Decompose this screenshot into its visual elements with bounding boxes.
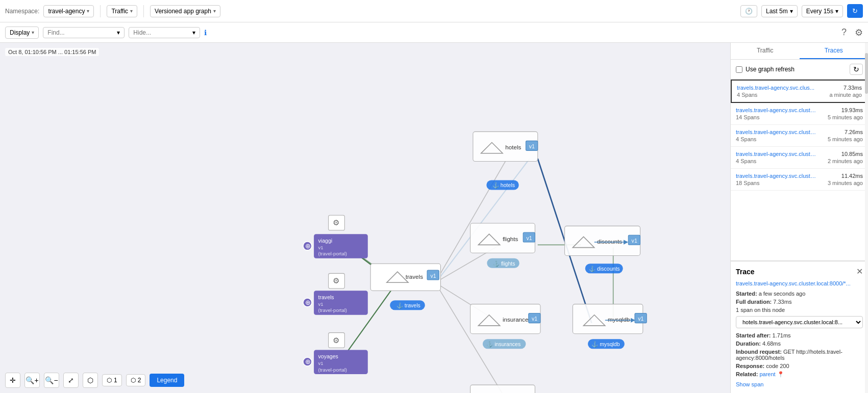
tab-traffic[interactable]: Traffic <box>731 43 800 59</box>
traffic-selector[interactable]: Traffic ▾ <box>107 5 137 17</box>
trace-detail-link[interactable]: travels.travel-agency.svc.cluster.local:… <box>736 280 863 286</box>
svg-text:travels: travels <box>318 294 334 300</box>
trace-duration-2: 7.26ms <box>845 129 863 135</box>
svg-line-4 <box>435 282 505 393</box>
trace-time-2: 5 minutes ago <box>828 136 863 142</box>
voyages-portal-node[interactable]: ⊕ voyages v1 (travel-portal) <box>303 350 368 374</box>
right-panel: Hide › Traffic Traces Use graph refresh … <box>730 43 868 393</box>
graph-area[interactable]: Oct 8, 01:10:56 PM ... 01:15:56 PM <box>0 43 730 393</box>
span-count: 1 span on this node <box>736 307 863 313</box>
trace-detail-close-button[interactable]: ✕ <box>856 267 863 276</box>
scrollbar-track <box>865 43 868 393</box>
travels-node[interactable]: travels v1 <box>370 264 440 291</box>
question-icon[interactable]: ? <box>841 27 847 38</box>
find-input-container[interactable]: ▾ <box>43 27 125 38</box>
trace-item-0[interactable]: travels.travel-agency.svc.clus... 7.33ms… <box>731 80 868 103</box>
chevron-down-icon: ▾ <box>130 8 133 14</box>
count2-icon: ⬡ <box>131 377 136 384</box>
chevron-down-icon: ▾ <box>117 29 120 36</box>
response-value: code 200 <box>766 363 789 369</box>
second-toolbar: Display ▾ ▾ ▾ ℹ ? ⚙ <box>0 22 868 43</box>
chevron-down-icon: ▾ <box>32 30 34 35</box>
related-label: Related: <box>736 371 758 377</box>
chevron-down-icon: ▾ <box>835 8 838 15</box>
layout-button[interactable]: ⬡ <box>83 373 98 388</box>
show-span-link[interactable]: Show span <box>736 381 763 387</box>
graph-type-selector[interactable]: Versioned app graph ▾ <box>150 5 220 17</box>
interval-selector[interactable]: Every 15s ▾ <box>802 5 843 17</box>
trace-item-2[interactable]: travels.travel-agency.svc.cluste... 7.26… <box>731 125 868 147</box>
trace-duration-3: 10.85ms <box>841 151 863 157</box>
trace-spans-2: 4 Spans <box>736 136 756 142</box>
trace-detail: Trace ✕ travels.travel-agency.svc.cluste… <box>731 260 868 393</box>
viaggi-portal-node[interactable]: ⊕ viaggi v1 (travel-portal) <box>303 234 368 258</box>
travels-portal-node[interactable]: ⊕ travels v1 (travel-portal) <box>303 291 368 315</box>
trace-name-2: travels.travel-agency.svc.cluste... <box>736 129 817 135</box>
zoom-out-icon: 🔍− <box>45 376 58 384</box>
hide-selector[interactable]: ▾ <box>129 27 200 38</box>
chevron-down-icon: ▾ <box>790 8 793 15</box>
node-selector[interactable]: hotels.travel-agency.svc.cluster.local:8… <box>736 316 863 328</box>
related-value[interactable]: parent <box>759 371 775 377</box>
move-icon: ✛ <box>10 376 16 384</box>
svg-text:⚓ hotels: ⚓ hotels <box>492 182 515 189</box>
legend-button[interactable]: Legend <box>150 374 184 387</box>
zoom-in-button[interactable]: 🔍+ <box>24 373 40 388</box>
settings-icon[interactable]: ⚙ <box>855 27 863 38</box>
svg-text:(travel-portal): (travel-portal) <box>318 367 348 373</box>
trace-name-3: travels.travel-agency.svc.cluste... <box>736 151 817 157</box>
svg-text:⊕: ⊕ <box>305 243 311 250</box>
chevron-down-icon: ▾ <box>87 8 89 14</box>
refresh-traces-button[interactable]: ↻ <box>850 64 863 75</box>
svg-text:voyages: voyages <box>318 353 338 359</box>
trace-spans-0: 4 Spans <box>737 92 757 98</box>
find-input[interactable] <box>47 29 115 36</box>
svg-text:⚓ travels: ⚓ travels <box>396 302 420 309</box>
mysqldb-node[interactable]: mysqldb v1 <box>573 304 647 334</box>
svg-text:v1: v1 <box>318 360 324 366</box>
fit-screen-button[interactable]: ⤢ <box>63 373 79 388</box>
time-range-icon[interactable]: 🕐 <box>740 5 757 17</box>
cars-node[interactable]: cars v1 <box>470 385 535 393</box>
namespace-selector[interactable]: travel-agency ▾ <box>43 5 94 17</box>
trace-name-4: travels.travel-agency.svc.cluste... <box>736 173 817 179</box>
trace-item-1[interactable]: travels.travel-agency.svc.cluste... 19.9… <box>731 103 868 125</box>
flights-node[interactable]: flights v1 <box>470 223 535 253</box>
layout-icon: ⬡ <box>87 376 93 384</box>
refresh-button[interactable]: ↻ <box>847 4 863 18</box>
count2-button[interactable]: ⬡ 2 <box>126 374 146 386</box>
chevron-down-icon: ▾ <box>213 8 216 14</box>
zoom-in-icon: 🔍+ <box>26 376 38 384</box>
hide-input[interactable] <box>133 29 190 36</box>
use-graph-refresh-label[interactable]: Use graph refresh <box>736 66 795 73</box>
trace-time-1: 5 minutes ago <box>828 114 863 120</box>
svg-text:v1: v1 <box>430 273 436 279</box>
svg-text:⚓ flights: ⚓ flights <box>493 260 515 267</box>
scrollbar-thumb[interactable] <box>865 53 868 94</box>
zoom-out-button[interactable]: 🔍− <box>44 373 59 388</box>
insurances-node[interactable]: insurances v1 <box>470 304 540 334</box>
discounts-node[interactable]: discounts v1 <box>565 226 640 255</box>
started-value: a few seconds ago <box>759 291 806 297</box>
trace-item-4[interactable]: travels.travel-agency.svc.cluste... 11.4… <box>731 169 868 191</box>
refresh-icon: ↻ <box>852 7 858 15</box>
count1-button[interactable]: ⬡ 1 <box>102 374 122 386</box>
display-selector[interactable]: Display ▾ <box>5 27 39 39</box>
time-range-selector[interactable]: Last 5m ▾ <box>761 5 798 17</box>
top-toolbar: Namespace: travel-agency ▾ Traffic ▾ Ver… <box>0 0 868 22</box>
info-icon[interactable]: ℹ <box>204 29 207 37</box>
svg-text:⚓ discounts: ⚓ discounts <box>589 266 620 272</box>
trace-duration-4: 11.42ms <box>841 173 863 179</box>
move-tool-button[interactable]: ✛ <box>5 373 20 388</box>
trace-detail-title: Trace <box>736 268 755 276</box>
duration2-value: 4.68ms <box>762 340 781 347</box>
trace-time-3: 2 minutes ago <box>828 158 863 164</box>
trace-item-3[interactable]: travels.travel-agency.svc.cluste... 10.8… <box>731 147 868 169</box>
svg-rect-55 <box>470 385 535 393</box>
tab-traces[interactable]: Traces <box>800 43 869 59</box>
main-content: Oct 8, 01:10:56 PM ... 01:15:56 PM <box>0 43 868 393</box>
hide-panel-button[interactable]: Hide › <box>730 208 731 228</box>
clock-icon: 🕐 <box>745 8 753 15</box>
use-graph-refresh-checkbox[interactable] <box>736 66 742 73</box>
hotels-node[interactable]: hotels v1 <box>473 132 538 161</box>
